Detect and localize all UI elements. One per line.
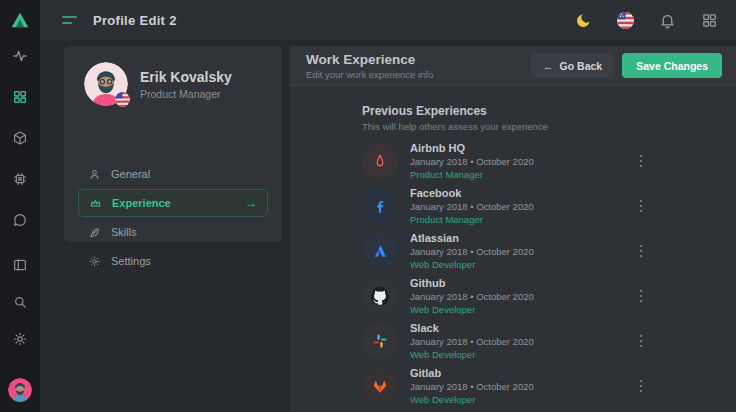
menu-item-general[interactable]: General (78, 160, 268, 188)
airbnb-logo (362, 143, 398, 179)
search-icon[interactable] (12, 294, 28, 310)
menu-item-label: Settings (111, 255, 151, 267)
job-role: Product Manager (410, 169, 534, 180)
experience-info: Airbnb HQ January 2018 • October 2020 Pr… (410, 142, 534, 180)
experience-info: Facebook January 2018 • October 2020 Pro… (410, 187, 534, 225)
user-avatar[interactable] (8, 378, 32, 402)
panel-body: Previous Experiences This will help othe… (290, 86, 736, 404)
app-header: Profile Edit 2 (40, 0, 736, 40)
left-rail (0, 0, 40, 412)
company-name: Atlassian (410, 232, 534, 244)
layout-icon[interactable] (12, 257, 28, 273)
atlassian-logo (362, 233, 398, 269)
experience-list: Airbnb HQ January 2018 • October 2020 Pr… (362, 143, 646, 404)
company-name: Airbnb HQ (410, 142, 534, 154)
job-role: Web Developer (410, 304, 534, 315)
job-role: Web Developer (410, 394, 534, 405)
date-range: January 2018 • October 2020 (410, 201, 534, 212)
experience-info: Github January 2018 • October 2020 Web D… (410, 277, 534, 315)
experience-options-button[interactable] (636, 196, 647, 217)
facebook-logo (362, 188, 398, 224)
experience-item-facebook: Facebook January 2018 • October 2020 Pro… (362, 188, 646, 224)
menu-item-label: Experience (112, 197, 171, 209)
company-name: Github (410, 277, 534, 289)
menu-item-experience[interactable]: Experience → (78, 189, 268, 217)
arrow-right-icon: → (245, 196, 257, 210)
chat-icon[interactable] (12, 212, 28, 228)
experience-item-atlassian: Atlassian January 2018 • October 2020 We… (362, 233, 646, 269)
panel-title-group: Work Experience Edit your work experienc… (306, 52, 433, 80)
arrow-left-icon: ← (543, 60, 554, 72)
slack-logo (362, 323, 398, 359)
experience-options-button[interactable] (636, 241, 647, 262)
gear-icon (88, 255, 101, 268)
profile-name: Erik Kovalsky (140, 69, 232, 85)
experience-item-github: Github January 2018 • October 2020 Web D… (362, 278, 646, 314)
section-title: Previous Experiences (362, 104, 736, 118)
menu-toggle-icon[interactable] (62, 16, 77, 24)
experience-options-button[interactable] (636, 376, 647, 397)
activity-icon[interactable] (12, 48, 28, 64)
app-logo[interactable] (0, 0, 40, 40)
job-role: Web Developer (410, 349, 534, 360)
us-flag-badge-icon (115, 92, 130, 107)
date-range: January 2018 • October 2020 (410, 336, 534, 347)
date-range: January 2018 • October 2020 (410, 156, 534, 167)
profile-menu: General Experience → Skills Settings (78, 160, 268, 276)
cpu-icon[interactable] (12, 171, 28, 187)
work-experience-panel: Work Experience Edit your work experienc… (290, 46, 736, 412)
experience-info: Atlassian January 2018 • October 2020 We… (410, 232, 534, 270)
company-name: Gitlab (410, 367, 534, 379)
save-changes-label: Save Changes (636, 60, 708, 72)
date-range: January 2018 • October 2020 (410, 381, 534, 392)
moon-icon[interactable] (575, 12, 592, 29)
menu-item-label: General (111, 168, 150, 180)
profile-role: Product Manager (140, 88, 232, 100)
crown-icon (89, 197, 102, 210)
section-subtitle: This will help others assess your experi… (362, 121, 736, 132)
job-role: Web Developer (410, 259, 534, 270)
gear-icon[interactable] (12, 331, 28, 347)
menu-item-skills[interactable]: Skills (78, 218, 268, 246)
bell-icon[interactable] (659, 12, 676, 29)
experience-item-airbnb: Airbnb HQ January 2018 • October 2020 Pr… (362, 143, 646, 179)
menu-item-settings[interactable]: Settings (78, 247, 268, 275)
experience-info: Gitlab January 2018 • October 2020 Web D… (410, 367, 534, 405)
profile-card: Erik Kovalsky Product Manager General Ex… (64, 46, 282, 242)
user-icon (88, 168, 101, 181)
apps-grid-icon[interactable] (701, 12, 718, 29)
save-changes-button[interactable]: Save Changes (622, 53, 722, 78)
feather-icon (88, 226, 101, 239)
panel-subtitle: Edit your work experience info (306, 69, 433, 80)
page-title: Profile Edit 2 (93, 13, 177, 28)
us-flag-icon[interactable] (617, 12, 634, 29)
experience-info: Slack January 2018 • October 2020 Web De… (410, 322, 534, 360)
cube-icon[interactable] (12, 130, 28, 146)
experience-options-button[interactable] (636, 286, 647, 307)
menu-item-label: Skills (111, 226, 137, 238)
triangle-logo-icon (9, 9, 31, 31)
date-range: January 2018 • October 2020 (410, 246, 534, 257)
date-range: January 2018 • October 2020 (410, 291, 534, 302)
experience-options-button[interactable] (636, 151, 647, 172)
company-name: Slack (410, 322, 534, 334)
experience-item-slack: Slack January 2018 • October 2020 Web De… (362, 323, 646, 359)
experience-item-gitlab: Gitlab January 2018 • October 2020 Web D… (362, 368, 646, 404)
header-actions (575, 12, 718, 29)
job-role: Product Manager (410, 214, 534, 225)
avatar-image-small (8, 378, 32, 402)
profile-identity: Erik Kovalsky Product Manager (140, 69, 232, 100)
profile-head: Erik Kovalsky Product Manager (64, 46, 282, 106)
panel-title: Work Experience (306, 52, 433, 67)
experience-options-button[interactable] (636, 331, 647, 352)
company-name: Facebook (410, 187, 534, 199)
panel-header: Work Experience Edit your work experienc… (290, 46, 736, 86)
github-logo (362, 278, 398, 314)
go-back-label: Go Back (560, 60, 603, 72)
gitlab-logo (362, 368, 398, 404)
avatar (84, 62, 128, 106)
dashboard-grid-icon[interactable] (12, 89, 28, 105)
go-back-button[interactable]: ← Go Back (531, 53, 614, 78)
